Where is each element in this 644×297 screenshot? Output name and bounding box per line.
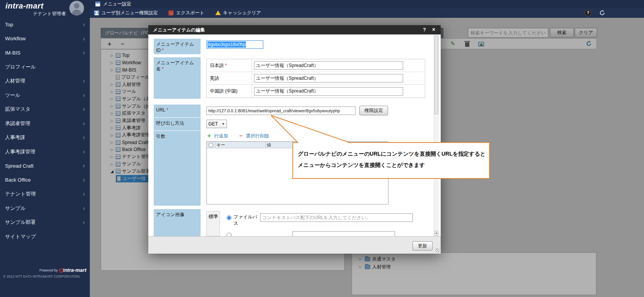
required-mark: *	[162, 66, 164, 72]
dropdown-arrow-icon: ▼	[222, 122, 225, 126]
export-icon: →	[168, 10, 173, 15]
sidebar-item-label: 人材管理	[5, 77, 25, 84]
select-all-checkbox[interactable]	[209, 143, 213, 147]
sidebar-item-label: 人事考課	[5, 134, 25, 141]
sidebar-item-approver-management[interactable]: 承認者管理›	[0, 117, 90, 131]
sidebar-item-hr-management[interactable]: 人材管理›	[0, 74, 90, 88]
sidebar-item-sample-department[interactable]: サンプル部署›	[0, 215, 90, 230]
sidebar-item-label: サンプル	[5, 205, 26, 212]
sidebar-item-im-bis[interactable]: IM-BIS›	[0, 46, 90, 60]
sidebar-menu: Top› Workflow› IM-BIS› プロフィール 人材管理› ツール›…	[0, 17, 90, 244]
toolbar-label: エクスポート	[176, 10, 204, 16]
name-row-english: 英語	[207, 72, 425, 85]
chevron-right-icon: ›	[83, 163, 85, 169]
chevron-right-icon: ›	[83, 177, 85, 183]
sidebar-item-top[interactable]: Top›	[0, 17, 90, 32]
delete-selected-rows-link[interactable]: 選択行削除	[246, 133, 269, 139]
callout-bubble: グローバルナビのメニューのURLにコンテンツを直接開くURLを指定すると メニュ…	[292, 142, 490, 179]
field-label-method: 呼び出し方法	[154, 118, 201, 130]
chevron-right-icon: ›	[83, 205, 85, 211]
name-english-input[interactable]	[254, 74, 403, 82]
sidebar-item-performance-review-management[interactable]: 人事考課管理›	[0, 145, 90, 159]
http-method-select[interactable]: GET ▼	[206, 120, 227, 128]
scrollbar-thumb[interactable]	[434, 36, 438, 114]
standard-cell: 標準	[206, 211, 220, 236]
language-label: 中国語 (中国)	[207, 85, 252, 98]
export-button[interactable]: → エクスポート	[168, 10, 204, 16]
sidebar-item-label: 人事考課管理	[5, 148, 35, 155]
scrollbar-down-icon[interactable]: ▼	[434, 231, 438, 236]
chevron-right-icon: ›	[83, 134, 85, 141]
chevron-right-icon: ›	[83, 78, 85, 84]
update-button[interactable]: 更新	[412, 241, 433, 251]
resize-grip[interactable]	[435, 248, 440, 252]
sidebar-item-sitemap[interactable]: サイトマップ	[0, 230, 90, 244]
label-text: 中国語 (中国)	[210, 88, 237, 94]
page-title: メニュー設定	[103, 1, 131, 7]
sidebar-item-label: ツール	[5, 92, 21, 99]
intra-mart-logo: intra-mart	[5, 2, 43, 10]
chevron-right-icon: ›	[83, 120, 85, 127]
dialog-close-icon[interactable]: ×	[432, 26, 435, 33]
selected-text: 8gvbo3sps16v0hp	[208, 41, 246, 48]
dialog-scrollbar[interactable]: ▼	[434, 34, 439, 236]
header-right-icons: ?	[585, 8, 605, 18]
field-label-args: 引数	[154, 131, 201, 206]
field-label-icon-image: アイコン画像	[154, 209, 201, 236]
name-row-chinese: 中国語 (中国)	[207, 85, 425, 98]
sidebar-item-extended-master[interactable]: 拡張マスタ›	[0, 102, 90, 117]
page-title-row: メニュー設定	[90, 0, 644, 8]
icon-path-input[interactable]	[260, 213, 413, 222]
icon-alt-radio[interactable]	[227, 233, 232, 236]
refresh-icon[interactable]	[599, 10, 605, 16]
sidebar-item-workflow[interactable]: Workflow›	[0, 32, 90, 46]
args-actions: ＋ 行追加 － 選択行削除	[206, 132, 269, 139]
permission-settings-button[interactable]: 権限設定	[359, 106, 388, 115]
cache-clear-button[interactable]: キャッシュクリア	[215, 10, 261, 16]
sidebar-item-back-office[interactable]: Back Office›	[0, 173, 90, 187]
label-text: 日本語	[210, 62, 224, 69]
sidebar-item-label: 拡張マスタ	[5, 106, 31, 113]
sidebar-item-tenant-management[interactable]: テナント管理›	[0, 187, 90, 201]
dialog-title: メニューアイテムの編集	[153, 27, 205, 33]
sidebar: intra-mart テナント管理者 Top› Workflow› IM-BIS…	[0, 0, 90, 297]
chevron-right-icon: ›	[83, 92, 85, 98]
user-menu-permission-button[interactable]: ユーザ別メニュー権限設定	[94, 10, 158, 16]
callout-line-1: グローバルナビのメニューのURLにコンテンツを直接開くURLを指定すると	[298, 148, 489, 160]
avatar[interactable]	[69, 1, 84, 15]
name-language-table: 日本語* 英語 中国語 (中国)	[206, 59, 425, 98]
sidebar-item-profile[interactable]: プロフィール	[0, 60, 90, 74]
required-mark: *	[225, 63, 227, 68]
user-permission-icon	[94, 10, 99, 15]
warning-icon	[215, 10, 221, 15]
sidebar-item-label: IM-BIS	[5, 50, 21, 56]
select-all-cell	[207, 142, 215, 148]
sidebar-item-performance-review[interactable]: 人事考課›	[0, 130, 90, 145]
help-icon[interactable]: ?	[585, 10, 591, 16]
label-text: URL	[156, 107, 165, 113]
sidebar-item-sample[interactable]: サンプル›	[0, 201, 90, 216]
name-japanese-input[interactable]	[254, 61, 403, 70]
chevron-right-icon: ›	[83, 36, 85, 42]
sidebar-item-label: Top	[5, 22, 13, 27]
field-label-url: URL*	[154, 105, 201, 117]
app: intra-mart テナント管理者 Top› Workflow› IM-BIS…	[0, 0, 644, 297]
file-path-radio[interactable]	[227, 215, 232, 220]
menu-item-id-input[interactable]: 8gvbo3sps16v0hp	[206, 40, 263, 49]
sidebar-item-tools[interactable]: ツール›	[0, 88, 90, 103]
add-row-icon: ＋	[206, 132, 212, 139]
name-chinese-input[interactable]	[254, 87, 403, 96]
sidebar-item-label: Spread Craft	[5, 163, 34, 169]
sidebar-item-spread-craft[interactable]: Spread Craft›	[0, 159, 90, 173]
top-header: メニュー設定 ユーザ別メニュー権限設定 → エクスポート キャッシュクリア ?	[90, 0, 644, 18]
chevron-right-icon: ›	[83, 50, 85, 56]
icon-alt-input[interactable]	[292, 231, 395, 236]
file-path-radio-label: ファイルパス	[234, 214, 259, 227]
add-row-link[interactable]: 行追加	[214, 133, 228, 139]
dialog-help-icon[interactable]: ?	[423, 27, 426, 33]
sidebar-item-label: サンプル部署	[5, 219, 36, 226]
dialog-titlebar[interactable]: メニューアイテムの編集 ? ×	[148, 25, 441, 34]
required-mark: *	[167, 107, 168, 113]
label-text: アイコン画像	[156, 212, 184, 217]
column-header-key: キー	[215, 142, 266, 148]
